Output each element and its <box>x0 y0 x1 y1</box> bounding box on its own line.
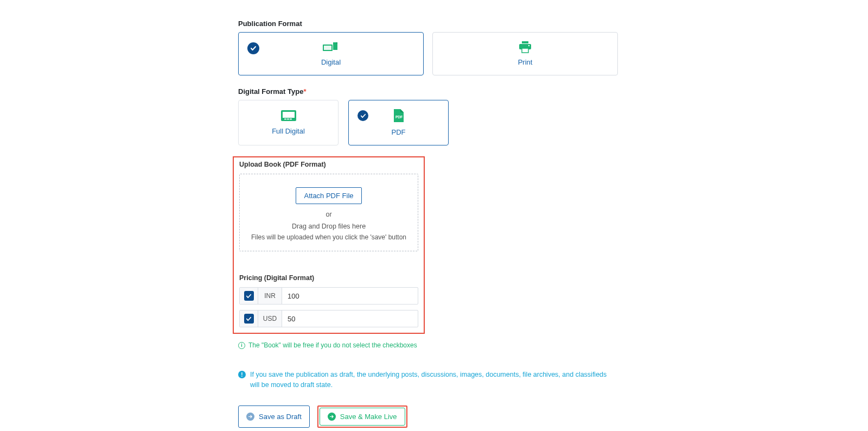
pdf-label: PDF <box>392 128 406 136</box>
svg-rect-2 <box>522 41 528 43</box>
usd-currency-label: USD <box>258 310 282 327</box>
digital-devices-icon <box>323 41 339 55</box>
inr-currency-label: INR <box>258 288 282 304</box>
upload-note-text: Files will be uploaded when you click th… <box>246 233 411 241</box>
arrow-right-icon <box>328 413 336 421</box>
usd-checkbox[interactable] <box>244 314 254 324</box>
pricing-free-hint: i The "Book" will be free if you do not … <box>238 341 618 349</box>
check-icon <box>358 110 368 121</box>
arrow-right-icon <box>246 413 254 421</box>
publication-format-options: Digital Print <box>238 32 618 75</box>
publication-format-label: Publication Format <box>238 20 618 28</box>
price-row-usd: USD <box>239 310 418 327</box>
draft-warning: ! If you save the publication as draft, … <box>238 370 607 390</box>
save-live-highlight: Save & Make Live <box>317 405 407 428</box>
full-digital-card[interactable]: Full Digital <box>238 100 339 145</box>
inr-checkbox[interactable] <box>244 291 254 301</box>
pdf-file-icon: PDF <box>393 109 405 124</box>
tablet-icon <box>281 110 296 123</box>
publication-format-print-card[interactable]: Print <box>432 32 618 75</box>
svg-rect-10 <box>290 119 292 120</box>
usd-price-input[interactable] <box>282 310 418 327</box>
price-row-inr: INR <box>239 287 418 305</box>
upload-or-text: or <box>246 211 411 218</box>
svg-rect-7 <box>283 112 295 118</box>
warning-icon: ! <box>238 371 246 378</box>
svg-rect-1 <box>324 46 331 50</box>
save-live-button[interactable]: Save & Make Live <box>320 408 405 426</box>
publication-format-print-label: Print <box>518 58 533 66</box>
publication-format-digital-label: Digital <box>321 58 341 66</box>
digital-format-type-options: Full Digital PDF PDF <box>238 100 618 145</box>
svg-point-4 <box>528 45 529 46</box>
upload-dropzone[interactable]: Attach PDF File or Drag and Drop files h… <box>239 174 418 251</box>
svg-rect-9 <box>287 119 289 120</box>
save-draft-button[interactable]: Save as Draft <box>238 405 310 428</box>
attach-pdf-button[interactable]: Attach PDF File <box>296 187 361 204</box>
check-icon <box>247 42 259 54</box>
pricing-section-label: Pricing (Digital Format) <box>239 274 418 282</box>
upload-pricing-highlight: Upload Book (PDF Format) Attach PDF File… <box>233 156 425 334</box>
upload-drag-text: Drag and Drop files here <box>246 223 411 230</box>
digital-format-type-label: Digital Format Type* <box>238 87 618 96</box>
svg-rect-8 <box>284 119 286 120</box>
printer-icon <box>518 41 532 55</box>
inr-price-input[interactable] <box>282 288 418 304</box>
svg-rect-5 <box>522 48 528 53</box>
upload-section-label: Upload Book (PDF Format) <box>239 161 418 168</box>
svg-text:PDF: PDF <box>395 115 403 119</box>
full-digital-label: Full Digital <box>272 127 305 135</box>
publication-format-digital-card[interactable]: Digital <box>238 32 424 75</box>
action-buttons: Save as Draft Save & Make Live <box>238 405 618 428</box>
info-icon: i <box>238 342 245 349</box>
pdf-card[interactable]: PDF PDF <box>348 100 449 145</box>
